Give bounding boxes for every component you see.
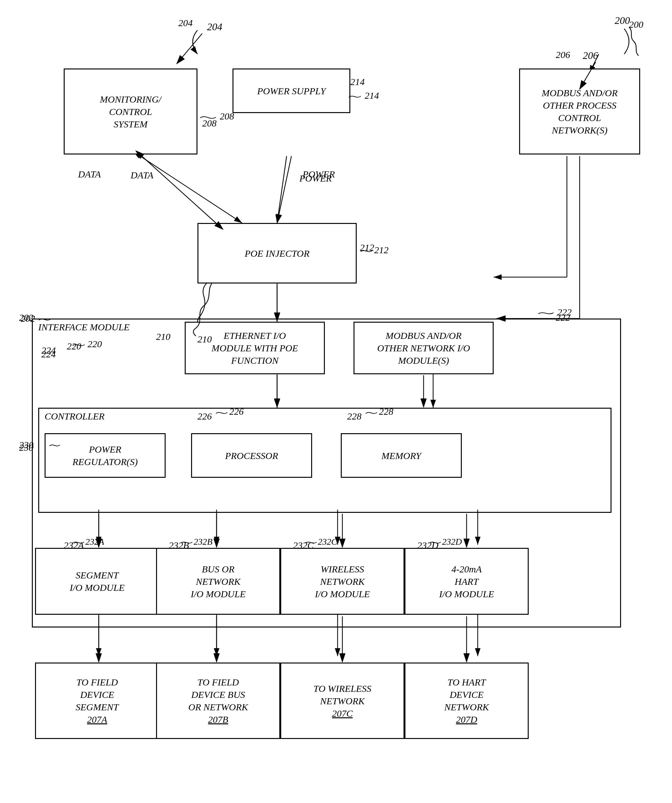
segment-io-box: SEGMENTI/O MODULE (35, 548, 159, 615)
monitoring-control-box: MONITORING/CONTROLSYSTEM (64, 68, 198, 154)
field-device-bus-box: TO FIELDDEVICE BUSOR NETWORK207B (156, 663, 280, 739)
ref-210: 210 (156, 331, 170, 342)
power-label: POWER (303, 169, 335, 180)
ethernet-io-box: ETHERNET I/OMODULE WITH POEFUNCTION (185, 322, 325, 374)
modbus-network-box: MODBUS AND/OROTHER NETWORK I/OMODULE(S) (354, 322, 493, 374)
power-regulator-box: POWERREGULATOR(S) (45, 433, 166, 478)
ref-224: 224 (41, 349, 56, 359)
ref-204: 204 (179, 18, 193, 28)
hart-device-network-box: TO HARTDEVICENETWORK207D (404, 663, 529, 739)
ref-226: 226 (198, 411, 212, 422)
data-label: DATA (78, 169, 101, 180)
ref-214: 214 (350, 76, 365, 87)
diagram-container: 200 204 206 MONITORING/CONTROLSYSTEM 208… (0, 0, 672, 803)
hart-io-box: 4-20mAHARTI/O MODULE (404, 548, 529, 615)
field-device-segment-box: TO FIELDDEVICESEGMENT207A (35, 663, 159, 739)
ref-200: 200 (629, 19, 643, 30)
svg-line-2 (140, 156, 242, 223)
power-supply-box: POWER SUPPLY (232, 68, 350, 113)
ref-202: 202 (19, 312, 33, 323)
svg-line-3 (277, 156, 287, 223)
interface-module-label: INTERFACE MODULE (38, 322, 130, 333)
poe-injector-box: POE INJECTOR (198, 223, 357, 283)
modbus-control-box: MODBUS AND/OROTHER PROCESSCONTROLNETWORK… (519, 68, 640, 154)
ref-220: 220 (67, 341, 81, 352)
ref-208: 208 (202, 118, 217, 129)
controller-label: CONTROLLER (45, 411, 104, 422)
wireless-network-box: TO WIRELESSNETWORK207C (280, 663, 404, 739)
ref-230: 230 (19, 440, 33, 450)
bus-network-io-box: BUS ORNETWORKI/O MODULE (156, 548, 280, 615)
memory-box: MEMORY (341, 433, 462, 478)
ref-228: 228 (347, 411, 362, 422)
processor-box: PROCESSOR (191, 433, 312, 478)
ref-212: 212 (360, 242, 374, 253)
ref-222: 222 (556, 312, 570, 323)
ref-206: 206 (556, 49, 570, 60)
wireless-io-box: WIRELESSNETWORKI/O MODULE (280, 548, 404, 615)
